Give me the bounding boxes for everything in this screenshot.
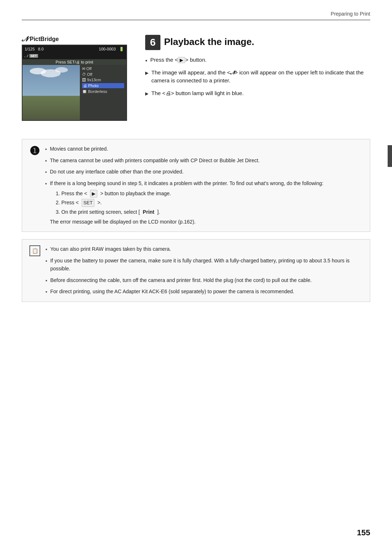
sidebar-accent <box>388 145 392 167</box>
camera-menu-item-1: ✉ Off <box>82 66 124 71</box>
note-section: 📋 ● You can also print RAW images taken … <box>22 239 370 302</box>
page-number: 155 <box>357 528 370 537</box>
caution-item-4: ● If there is a long beeping sound in st… <box>45 180 363 226</box>
caution-bullet-4: ● <box>45 181 47 187</box>
caution-bullet-3: ● <box>45 170 47 175</box>
caution-text-4: If there is a long beeping sound in step… <box>50 180 323 226</box>
caution-sub-2: 2. Press <SET>. <box>56 199 323 207</box>
note-text-4: For direct printing, using the AC Adapte… <box>50 288 294 296</box>
set-badge: SET <box>29 54 38 58</box>
note-text-1: You can also print RAW images taken by t… <box>50 245 171 253</box>
caution-section: ❶ ● Movies cannot be printed. ● The came… <box>22 139 370 232</box>
camera-menu-item-2: ⏱ Off <box>82 72 124 77</box>
caution-list: ● Movies cannot be printed. ● The camera… <box>45 145 363 226</box>
set-btn: SET <box>82 199 94 207</box>
step-header: 6 Playback the image. <box>145 35 370 50</box>
camera-print-bar: Press SET/🖨 to print <box>23 59 126 65</box>
camera-menu-panel: ✉ Off ⏱ Off 🖼 9x13cm 🖨 Photo 🔲 Border <box>80 65 126 121</box>
pictbridge-small-icon: 𝒩 <box>24 53 28 58</box>
instruction-3-text: The <🖨> button lamp will light in blue. <box>151 89 244 98</box>
caution-sub-1: 1. Press the <▶> button to playback the … <box>56 190 323 198</box>
note-item-2: ● If you use the battery to power the ca… <box>45 257 363 273</box>
camera-exposure: 1/125 8.0 <box>25 47 44 51</box>
bullet-triangle-2: ▶ <box>145 70 148 76</box>
page-header: Preparing to Print <box>22 11 370 20</box>
caution-sub-list: 1. Press the <▶> button to playback the … <box>56 190 323 216</box>
step-title: Playback the image. <box>164 35 254 48</box>
page-container: Preparing to Print 𝒩 PictBridge 1/125 8.… <box>0 0 392 552</box>
camera-menu-item-4: 🖨 Photo <box>82 83 124 88</box>
camera-panel: 𝒩 PictBridge 1/125 8.0 100-0003 🔋 𝒩 SET <box>22 35 131 121</box>
camera-frame: 100-0003 🔋 <box>99 47 124 52</box>
camera-menu-item-5: 🔲 Borderless <box>82 89 124 94</box>
caution-sub-note: The error message will be displayed on t… <box>50 219 196 225</box>
note-content: ● You can also print RAW images taken by… <box>45 245 363 295</box>
camera-set-row: 𝒩 SET <box>23 53 126 59</box>
note-text-3: Before disconnecting the cable, turn off… <box>50 277 311 285</box>
step-section: 𝒩 PictBridge 1/125 8.0 100-0003 🔋 𝒩 SET <box>22 35 370 121</box>
cloud3 <box>55 67 68 73</box>
caution-bullet-1: ● <box>45 147 47 152</box>
bullet-circle-1: ● <box>145 58 147 63</box>
caution-bullet-2: ● <box>45 159 47 164</box>
instruction-3: ▶ The <🖨> button lamp will light in blue… <box>145 89 370 98</box>
note-bullet-3: ● <box>45 278 47 283</box>
note-bullet-1: ● <box>45 247 47 252</box>
caution-item-2: ● The camera cannot be used with printer… <box>45 157 363 165</box>
step-number: 6 <box>145 35 160 50</box>
caution-item-1: ● Movies cannot be printed. <box>45 145 363 153</box>
camera-body: ✉ Off ⏱ Off 🖼 9x13cm 🖨 Photo 🔲 Border <box>23 65 126 121</box>
playback-btn: ▶ <box>90 190 97 198</box>
camera-image <box>23 65 80 121</box>
instruction-1: ● Press the <▶> button. <box>145 56 370 64</box>
caution-icon: ❶ <box>29 145 40 226</box>
step-content: 6 Playback the image. ● Press the <▶> bu… <box>145 35 370 121</box>
pictbridge-icon: 𝒩 <box>22 35 28 43</box>
instruction-2: ▶ The image will appear, and the <𝒩> ico… <box>145 69 370 85</box>
print-label: Print <box>143 208 154 216</box>
caution-text-2: The camera cannot be used with printers … <box>50 157 260 165</box>
camera-screen: 1/125 8.0 100-0003 🔋 𝒩 SET Press SET/🖨 t… <box>22 45 127 121</box>
step-instructions: ● Press the <▶> button. ▶ The image will… <box>145 56 370 97</box>
note-icon: 📋 <box>29 245 40 256</box>
caution-item-3: ● Do not use any interface cable other t… <box>45 168 363 176</box>
camera-menu-item-3: 🖼 9x13cm <box>82 78 124 82</box>
playback-button-icon: ▶ <box>178 57 185 63</box>
pictbridge-text: PictBridge <box>30 36 59 42</box>
note-text-2: If you use the battery to power the came… <box>50 257 363 273</box>
note-bullet-4: ● <box>45 290 47 295</box>
note-bullet-2: ● <box>45 259 47 264</box>
header-title: Preparing to Print <box>331 11 370 17</box>
caution-content: ● Movies cannot be printed. ● The camera… <box>45 145 363 226</box>
note-list: ● You can also print RAW images taken by… <box>45 245 363 295</box>
caution-sub-3: 3. On the print setting screen, select [… <box>56 208 323 216</box>
note-item-3: ● Before disconnecting the cable, turn o… <box>45 277 363 285</box>
instruction-2-text: The image will appear, and the <𝒩> icon … <box>151 69 370 85</box>
camera-top-bar: 1/125 8.0 100-0003 🔋 <box>23 45 126 53</box>
pictbridge-label: 𝒩 PictBridge <box>22 35 59 43</box>
caution-text-3: Do not use any interface cable other tha… <box>50 168 183 176</box>
note-item-4: ● For direct printing, using the AC Adap… <box>45 288 363 296</box>
bullet-triangle-3: ▶ <box>145 90 148 97</box>
caution-text-1: Movies cannot be printed. <box>50 145 108 153</box>
instruction-1-text: Press the <▶> button. <box>150 56 207 64</box>
note-item-1: ● You can also print RAW images taken by… <box>45 245 363 253</box>
